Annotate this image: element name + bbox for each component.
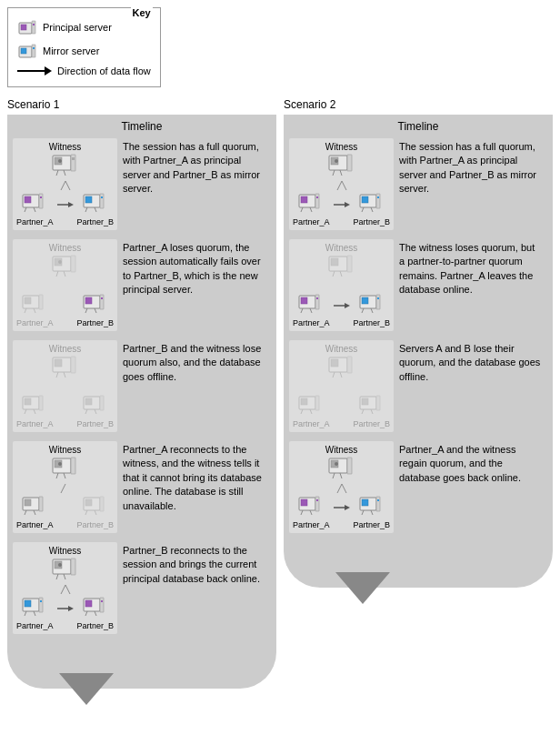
partners-row-2-1: Partner_A xyxy=(293,192,390,226)
svg-marker-173 xyxy=(345,505,350,510)
partners-row-1-3: Partner_A Partner_B xyxy=(16,394,114,428)
scenario-2-diagram-1: Witness xyxy=(289,138,394,230)
svg-line-101 xyxy=(95,611,96,616)
main-content: Scenario 1 Timeline Witness xyxy=(7,98,553,689)
svg-rect-90 xyxy=(39,598,43,612)
witness-label-1-1: Witness xyxy=(49,142,82,152)
partner-a-name-2-3: Partner_A xyxy=(293,419,330,428)
scenario-1-diagram-3: Witness xyxy=(13,340,117,432)
svg-line-87 xyxy=(65,585,70,594)
scenario-1-timeline-label: Timeline xyxy=(13,120,271,133)
partner-a-name-1-2: Partner_A xyxy=(16,318,54,327)
svg-line-16 xyxy=(65,181,70,190)
partner-b-name-1-4: Partner_B xyxy=(77,520,115,529)
partners-row-1-4: Partner_A Partner_B xyxy=(16,495,114,529)
svg-rect-55 xyxy=(39,396,43,410)
svg-rect-44 xyxy=(100,295,104,309)
scenario-2-diagram-4: Witness xyxy=(289,441,394,533)
scenario-1-diagram-1: Witness xyxy=(13,138,117,230)
witness-line-2-1 xyxy=(333,181,351,190)
partner-a-group-2-3: Partner_A xyxy=(293,394,330,428)
witness-server-2-3 xyxy=(327,356,356,383)
partner-a-icon-1-2 xyxy=(22,293,47,317)
svg-line-84 xyxy=(56,574,58,579)
key-section: Key Principal server Mirror server xyxy=(7,7,553,98)
svg-rect-138 xyxy=(362,297,368,304)
witness-server-2-2 xyxy=(327,255,356,282)
principal-icon xyxy=(17,17,37,37)
svg-line-141 xyxy=(362,308,364,313)
svg-rect-105 xyxy=(347,155,352,171)
key-mirror-label: Mirror server xyxy=(43,45,99,56)
witness-line-2-4 xyxy=(333,484,351,493)
key-mirror-item: Mirror server xyxy=(17,41,151,61)
partner-a-group-1-1: Partner_A xyxy=(16,192,54,226)
scenario-1-desc-2: Partner_A loses quorum, the session auto… xyxy=(117,239,271,299)
svg-rect-97 xyxy=(85,600,92,607)
svg-rect-98 xyxy=(100,598,104,612)
partner-b-name-2-3: Partner_B xyxy=(354,419,391,428)
svg-line-35 xyxy=(56,271,58,277)
svg-rect-50 xyxy=(71,357,75,373)
svg-line-133 xyxy=(301,308,303,313)
svg-line-69 xyxy=(61,484,65,493)
witness-line-1-4 xyxy=(56,484,75,493)
scenario-2-desc-2: The witness loses quorum, but a partner-… xyxy=(394,239,547,299)
svg-rect-54 xyxy=(25,398,31,405)
scenario-2-timeline-label: Timeline xyxy=(289,120,547,133)
svg-point-104 xyxy=(335,159,338,163)
svg-line-128 xyxy=(340,271,342,277)
svg-line-162 xyxy=(333,473,335,478)
svg-rect-149 xyxy=(301,398,307,405)
partners-row-1-1: Partner_A xyxy=(16,192,114,226)
svg-rect-45 xyxy=(101,297,103,299)
partner-a-icon-1-1 xyxy=(22,192,47,216)
svg-rect-130 xyxy=(301,297,307,304)
partner-a-group-1-4: Partner_A xyxy=(16,495,54,529)
svg-rect-132 xyxy=(316,297,318,299)
key-principal-item: Principal server xyxy=(17,17,151,37)
svg-line-46 xyxy=(85,308,87,313)
witness-label-2-3: Witness xyxy=(325,344,358,354)
partner-a-icon-1-3 xyxy=(22,394,47,418)
svg-rect-20 xyxy=(40,196,42,198)
partner-b-group-1-4: Partner_B xyxy=(77,495,115,529)
svg-line-36 xyxy=(64,271,65,277)
svg-line-142 xyxy=(371,308,373,313)
svg-line-52 xyxy=(64,372,65,378)
svg-line-107 xyxy=(340,170,342,176)
partner-b-name-1-5: Partner_B xyxy=(77,621,115,630)
svg-line-93 xyxy=(34,611,35,616)
flow-arrow xyxy=(17,66,52,76)
partner-b-group-2-1: Partner_B xyxy=(354,192,391,226)
svg-line-164 xyxy=(337,484,342,493)
svg-line-156 xyxy=(362,409,364,414)
partner-b-group-1-3: Partner_B xyxy=(77,394,115,428)
partners-row-2-3: Partner_A Partner_B xyxy=(293,394,390,428)
svg-rect-112 xyxy=(315,194,319,208)
partner-a-group-1-3: Partner_A xyxy=(16,394,54,428)
partner-b-group-1-2: Partner_B xyxy=(77,293,115,327)
svg-line-21 xyxy=(25,207,26,212)
svg-point-160 xyxy=(335,462,338,466)
partner-b-group-1-5: Partner_B xyxy=(77,596,115,630)
scenario-1-desc-5: Partner_B reconnects to the session and … xyxy=(117,542,271,588)
svg-line-178 xyxy=(362,510,364,515)
scenario-2-desc-1: The session has a full quorum, with Part… xyxy=(394,138,547,198)
scenario-2-label: Scenario 2 xyxy=(284,98,553,111)
svg-rect-60 xyxy=(100,396,104,410)
partner-a-icon-2-4 xyxy=(298,495,324,518)
key-box: Key Principal server Mirror server xyxy=(7,7,161,87)
partner-b-name-2-1: Partner_B xyxy=(354,217,391,226)
svg-rect-120 xyxy=(376,194,380,208)
witness-label-2-1: Witness xyxy=(325,142,358,152)
svg-line-67 xyxy=(56,473,58,478)
svg-rect-154 xyxy=(362,398,368,405)
svg-rect-34 xyxy=(71,256,75,272)
svg-rect-12 xyxy=(72,157,75,160)
witness-server-1-4 xyxy=(51,457,80,484)
scenario-2: Scenario 2 Timeline Witness xyxy=(284,98,553,689)
svg-line-171 xyxy=(310,510,312,515)
partners-row-2-2: Partner_A xyxy=(293,293,390,327)
scenario-2-step-2: Witness xyxy=(289,239,547,331)
